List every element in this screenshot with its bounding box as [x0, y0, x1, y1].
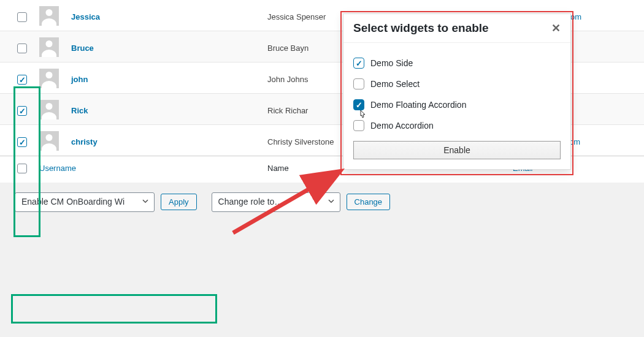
change-role-select[interactable]: Change role to… [212, 192, 340, 212]
close-icon[interactable]: ✕ [551, 21, 561, 35]
avatar [39, 131, 59, 151]
chevron-down-icon [328, 196, 335, 208]
column-username[interactable]: Username [33, 156, 261, 183]
chevron-down-icon [142, 196, 149, 208]
row-checkbox[interactable] [17, 12, 27, 22]
enable-button[interactable]: Enable [353, 141, 561, 159]
widget-label: Demo Side [370, 58, 413, 68]
bulk-actions-bar: Enable CM OnBoarding Wi Apply Change rol… [0, 183, 644, 222]
change-button[interactable]: Change [347, 194, 391, 210]
widget-item[interactable]: Demo Select [353, 74, 561, 94]
widget-label: Demo Select [370, 79, 420, 89]
widget-checkbox[interactable] [353, 99, 364, 110]
modal-title: Select widgets to enable [353, 21, 489, 35]
username-link[interactable]: john [71, 75, 88, 84]
select-all-checkbox[interactable] [17, 164, 27, 173]
username-link[interactable]: Rick [71, 106, 88, 115]
bulk-action-select[interactable]: Enable CM OnBoarding Wi [15, 192, 155, 212]
avatar [39, 37, 59, 57]
change-role-value: Change role to… [218, 196, 283, 208]
row-checkbox[interactable] [17, 137, 27, 147]
widget-label: Demo Floating Accordion [370, 100, 466, 110]
widget-checkbox[interactable] [353, 78, 364, 89]
username-link[interactable]: christy [71, 137, 98, 146]
modal-header: Select widgets to enable ✕ [343, 14, 570, 43]
widget-label: Demo Accordion [370, 121, 434, 131]
widget-item[interactable]: Demo Accordion [353, 115, 561, 136]
apply-button[interactable]: Apply [161, 194, 197, 210]
annotation-highlight [11, 294, 217, 324]
row-checkbox[interactable] [17, 44, 27, 53]
footer-select-all[interactable] [0, 156, 33, 183]
row-checkbox[interactable] [17, 106, 27, 116]
avatar [39, 69, 59, 88]
select-widgets-modal: Select widgets to enable ✕ Demo SideDemo… [343, 13, 571, 170]
username-link[interactable]: Jessica [71, 12, 100, 21]
modal-body: Demo SideDemo SelectDemo Floating Accord… [343, 43, 570, 169]
username-link[interactable]: Bruce [71, 44, 94, 53]
bulk-action-value: Enable CM OnBoarding Wi [21, 196, 125, 208]
widget-checkbox[interactable] [353, 120, 364, 131]
avatar [39, 100, 59, 119]
widget-item[interactable]: Demo Floating Accordion [353, 94, 561, 115]
avatar [39, 6, 59, 26]
row-checkbox[interactable] [17, 75, 27, 85]
widget-checkbox[interactable] [353, 58, 364, 69]
widget-item[interactable]: Demo Side [353, 53, 561, 74]
